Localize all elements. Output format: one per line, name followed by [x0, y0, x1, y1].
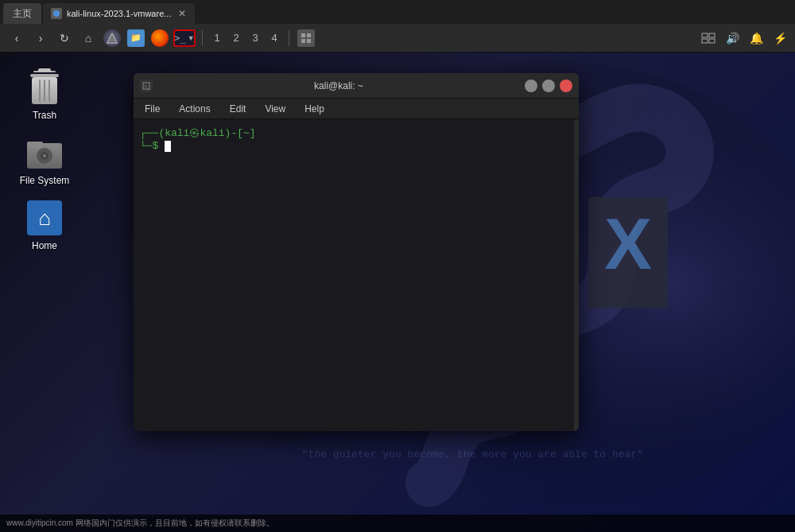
- terminal-menu-help[interactable]: Help: [300, 102, 329, 116]
- terminal-menubar: File Actions Edit View Help: [134, 99, 579, 119]
- desktop-icons: Trash: [16, 68, 73, 251]
- home-button[interactable]: ⌂: [78, 28, 99, 49]
- status-bar-text: www.diyitipcin.com 网络国内门仅供演示，且目前地，如有侵权请联…: [6, 518, 274, 529]
- svg-rect-7: [702, 33, 708, 37]
- window-icon[interactable]: [700, 29, 717, 47]
- tab-favicon: [51, 8, 62, 19]
- filesystem-icon-img: [25, 134, 64, 172]
- terminal-window: >_ kali@kali: ~ File Actions Edit View H…: [134, 73, 579, 431]
- workspace-grid: [297, 29, 315, 47]
- svg-rect-15: [38, 68, 51, 72]
- files-taskbar-icon[interactable]: 📁: [126, 28, 146, 49]
- firefox-icon: [151, 29, 169, 47]
- kali-icon: [103, 29, 121, 47]
- trash-icon-desktop[interactable]: Trash: [16, 68, 73, 121]
- workspace-3-button[interactable]: 3: [247, 30, 263, 46]
- tab-active[interactable]: kali-linux-2023.1-vmware... ✕: [43, 3, 195, 24]
- terminal-minimize-button[interactable]: [525, 80, 537, 92]
- terminal-content[interactable]: ┌──(kali㉿kali)-[~] └─$: [134, 119, 579, 431]
- filesystem-icon-desktop[interactable]: File System: [16, 134, 73, 186]
- terminal-menu-actions[interactable]: Actions: [174, 102, 215, 116]
- tab-home-label: 主页: [13, 7, 32, 21]
- kali-taskbar-icon[interactable]: [102, 28, 122, 49]
- terminal-prompt-user: ┌──(kali㉿kali)-[~]: [140, 127, 256, 139]
- svg-text:>_: >_: [144, 83, 150, 90]
- workspace-2-button[interactable]: 2: [228, 30, 244, 46]
- svg-rect-10: [709, 39, 715, 43]
- home-icon-img: [25, 199, 64, 237]
- firefox-taskbar-icon[interactable]: [149, 28, 170, 49]
- svg-rect-9: [702, 39, 708, 43]
- terminal-prompt-line: ┌──(kali㉿kali)-[~]: [140, 126, 572, 140]
- reload-button[interactable]: ↻: [54, 28, 75, 49]
- volume-icon[interactable]: 🔊: [723, 29, 741, 47]
- svg-rect-4: [307, 33, 311, 37]
- back-button[interactable]: ‹: [6, 28, 27, 49]
- home-label: Home: [32, 240, 57, 251]
- terminal-prompt-symbol: └─$: [140, 140, 165, 152]
- terminal-close-button[interactable]: [560, 80, 572, 92]
- browser-chrome: 主页 kali-linux-2023.1-vmware... ✕ ‹ › ↻ ⌂: [0, 0, 795, 52]
- svg-rect-5: [301, 39, 305, 43]
- tab-active-label: kali-linux-2023.1-vmware...: [67, 9, 171, 18]
- terminal-title: kali@kali: ~: [157, 80, 520, 91]
- home-shape: [27, 200, 62, 235]
- power-icon[interactable]: ⚡: [771, 29, 789, 47]
- svg-rect-16: [30, 74, 59, 77]
- terminal-dropdown-icon[interactable]: ▼: [188, 34, 195, 42]
- svg-rect-22: [27, 142, 43, 148]
- terminal-icon: >_: [174, 33, 185, 44]
- tab-home[interactable]: 主页: [3, 3, 41, 24]
- right-system-icons: 🔊 🔔 ⚡: [700, 29, 789, 47]
- terminal-scrollbar[interactable]: [574, 119, 579, 431]
- forward-button[interactable]: ›: [30, 28, 51, 49]
- terminal-titlebar: >_ kali@kali: ~: [134, 73, 579, 99]
- terminal-cursor: [165, 141, 171, 152]
- terminal-input-line: └─$: [140, 140, 572, 152]
- toolbar: ‹ › ↻ ⌂ 📁 >_ ▼ 1 2 3: [0, 24, 795, 52]
- terminal-titlebar-icon: >_: [140, 80, 153, 92]
- svg-rect-8: [709, 33, 715, 37]
- tab-close-button[interactable]: ✕: [176, 7, 188, 20]
- terminal-taskbar-icon[interactable]: >_ ▼: [173, 29, 196, 47]
- trash-label: Trash: [33, 110, 56, 121]
- home-icon-desktop[interactable]: Home: [16, 199, 73, 251]
- workspace-1-button[interactable]: 1: [209, 30, 225, 46]
- svg-point-25: [43, 154, 46, 157]
- workspace-grid-icon[interactable]: [296, 28, 316, 49]
- trash-icon-img: [25, 68, 64, 107]
- notification-icon[interactable]: 🔔: [747, 29, 765, 47]
- terminal-maximize-button[interactable]: [542, 80, 555, 92]
- filesystem-label: File System: [20, 175, 70, 186]
- terminal-menu-edit[interactable]: Edit: [225, 102, 251, 116]
- terminal-menu-file[interactable]: File: [140, 102, 165, 116]
- svg-rect-3: [301, 33, 305, 37]
- tab-bar: 主页 kali-linux-2023.1-vmware... ✕: [0, 0, 795, 24]
- separator-1: [202, 30, 203, 46]
- desktop: X KALI LINU "the quieter you become, the…: [0, 52, 795, 532]
- svg-point-0: [53, 10, 60, 17]
- file-manager-icon: 📁: [127, 29, 145, 47]
- separator-2: [289, 30, 289, 46]
- status-bar: www.diyitipcin.com 网络国内门仅供演示，且目前地，如有侵权请联…: [0, 515, 795, 532]
- svg-rect-6: [307, 39, 311, 43]
- terminal-menu-view[interactable]: View: [260, 102, 290, 116]
- workspace-4-button[interactable]: 4: [266, 30, 282, 46]
- svg-text:X: X: [604, 204, 652, 284]
